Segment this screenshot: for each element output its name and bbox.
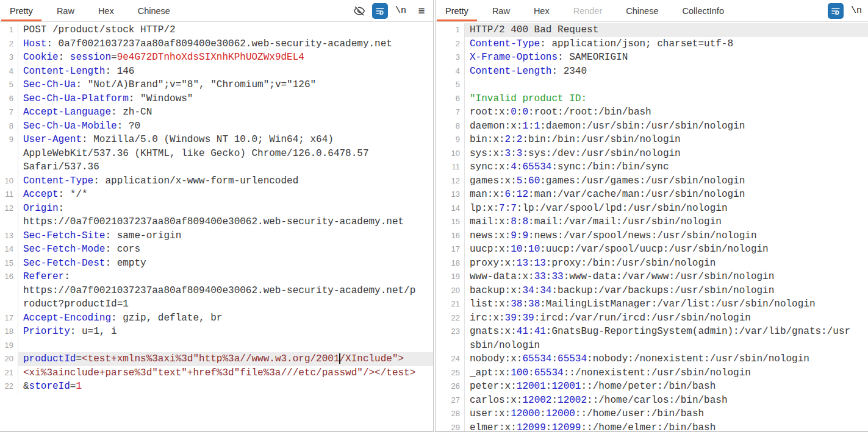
code-row: 18proxy:x:13:13:proxy:/bin:/usr/sbin/nol… [436,257,868,271]
word-wrap-toggle-icon[interactable] [372,3,388,19]
request-header-icons: \n ≡ [351,3,429,19]
code-text: carlos:x:12002:12002::/home/carlos:/bin/… [465,394,868,408]
tab-raw[interactable]: Raw [485,0,517,21]
line-number: 4 [0,65,18,79]
request-panel-header: PrettyRawHexChinese [0,0,433,22]
line-number: 22 [436,311,465,325]
hide-nonprintable-icon[interactable] [351,3,367,19]
line-number: 5 [436,78,465,92]
line-number: 8 [436,119,465,133]
line-number: 19 [0,339,18,353]
response-tabs: PrettyRawHexRenderChineseCollectInfo [436,0,741,21]
request-editor[interactable]: 1POST /product/stock HTTP/22Host: 0a7f00… [0,22,433,431]
word-wrap-toggle-icon[interactable] [828,3,844,19]
code-text: Accept-Language: zh-CN [18,105,433,119]
tab-chinese[interactable]: Chinese [131,0,178,21]
code-row: 29elmer:x:12099:12099::/home/elmer:/bin/… [436,421,868,432]
tab-pretty[interactable]: Pretty [2,0,40,21]
code-text: gnats:x:41:41:GnatsBug-ReportingSystem(a… [465,325,868,339]
code-row: 19 [0,339,433,353]
code-text: sys:x:3:3:sys:/dev:/usr/sbin/nologin [465,147,868,161]
code-row: AppleWebKit/537.36 (KHTML, like Gecko) C… [0,147,433,161]
code-text: Sec-Fetch-Mode: cors [18,243,433,257]
line-number [436,339,465,353]
line-number: 4 [436,65,465,79]
code-text: Sec-Fetch-Dest: empty [18,257,433,271]
code-text: Origin: [18,202,433,216]
code-text [18,339,433,353]
line-number: 24 [436,352,465,366]
request-panel: PrettyRawHexChinese [0,0,434,432]
code-row: 20productId=<test+xmlns%3axi%3d"http%3a/… [0,352,433,366]
code-row: 2Content-Type: application/json; charset… [436,37,868,51]
code-row: 23gnats:x:41:41:GnatsBug-ReportingSystem… [436,325,868,339]
code-row: 8Sec-Ch-Ua-Mobile: ?0 [0,119,433,133]
code-text: nobody:x:65534:65534:nobody:/nonexistent… [465,352,868,366]
code-row: 10sys:x:3:3:sys:/dev:/usr/sbin/nologin [436,147,868,161]
line-number: 6 [0,92,18,106]
code-text: user:x:12000:12000::/home/user:/bin/bash [465,407,868,421]
code-text: news:x:9:9:news:/var/spool/news:/usr/sbi… [465,229,868,243]
code-row: 27carlos:x:12002:12002::/home/carlos:/bi… [436,394,868,408]
code-row: 9bin:x:2:2:bin:/bin:/usr/sbin/nologin [436,133,868,147]
tab-render[interactable]: Render [566,0,610,21]
code-text: Sec-Ch-Ua-Platform: "Windows" [18,92,433,106]
code-text: www-data:x:33:33:www-data:/var/www:/usr/… [465,270,868,284]
code-row: 28user:x:12000:12000::/home/user:/bin/ba… [436,407,868,421]
newline-toggle-icon[interactable]: \n [848,3,864,19]
line-number [0,160,18,174]
code-row: 5Sec-Ch-Ua: "Not/A)Brand";v="8", "Chromi… [0,78,433,92]
line-number: 10 [436,147,465,161]
code-row: 6"Invalid product ID: [436,92,868,106]
code-row: https://0a7f0021037237aa80af809400e30062… [0,284,433,298]
code-text: HTTP/2 400 Bad Request [465,23,868,37]
tab-hex[interactable]: Hex [526,0,557,21]
code-row: sbin/nologin [436,339,868,353]
line-number: 2 [0,37,18,51]
line-number: 28 [436,407,465,421]
code-row: roduct?productId=1 [0,297,433,311]
line-number: 20 [436,284,465,298]
line-number: 1 [436,23,465,37]
code-text: Referer: [18,270,433,284]
line-number: 6 [436,92,465,106]
code-text: roduct?productId=1 [18,297,433,311]
line-number: 7 [0,105,18,119]
newline-toggle-icon[interactable]: \n [393,3,409,19]
code-row: 20backup:x:34:34:backup:/var/backups:/us… [436,284,868,298]
code-text: games:x:5:60:games:/usr/games:/usr/sbin/… [465,174,868,188]
code-text: Sec-Ch-Ua: "Not/A)Brand";v="8", "Chromiu… [18,78,433,92]
line-number: 25 [436,366,465,380]
code-text: Host: 0a7f0021037237aa80af809400e30062.w… [18,37,433,51]
response-viewer[interactable]: 1HTTP/2 400 Bad Request2Content-Type: ap… [436,22,868,431]
line-number: 9 [0,133,18,147]
code-row: 1POST /product/stock HTTP/2 [0,23,433,37]
code-text: sync:x:4:65534:sync:/bin:/bin/sync [465,160,868,174]
line-number: 23 [436,325,465,339]
line-number: 19 [436,270,465,284]
code-row: 26peter:x:12001:12001::/home/peter:/bin/… [436,380,868,394]
code-text: <xi%3ainclude+parse%3d"text"+href%3d"fil… [18,366,433,380]
code-text: _apt:x:100:65534::/nonexistent:/usr/sbin… [465,366,868,380]
tab-chinese[interactable]: Chinese [619,0,665,21]
code-text: daemon:x:1:1:daemon:/usr/sbin:/usr/sbin/… [465,119,868,133]
tab-collectinfo[interactable]: CollectInfo [675,0,731,21]
code-text: proxy:x:13:13:proxy:/bin:/usr/sbin/nolog… [465,257,868,271]
tab-pretty[interactable]: Pretty [438,0,476,21]
code-row: 17Accept-Encoding: gzip, deflate, br [0,311,433,325]
tab-hex[interactable]: Hex [91,0,121,21]
menu-icon[interactable]: ≡ [414,3,429,19]
tab-raw[interactable]: Raw [49,0,82,21]
code-text: Content-Type: application/json; charset=… [465,37,868,51]
code-text: Sec-Fetch-Site: same-origin [18,229,433,243]
code-text: bin:x:2:2:bin:/bin:/usr/sbin/nologin [465,133,868,147]
line-number: 18 [436,257,465,271]
code-row: 17uucp:x:10:10:uucp:/var/spool/uucp:/usr… [436,243,868,257]
code-row: 21list:x:38:38:MailingListManager:/var/l… [436,297,868,311]
code-text: Priority: u=1, i [18,325,433,339]
code-text: AppleWebKit/537.36 (KHTML, like Gecko) C… [18,147,433,161]
code-text: User-Agent: Mozilla/5.0 (Windows NT 10.0… [18,133,433,147]
code-row: 15mail:x:8:8:mail:/var/mail:/usr/sbin/no… [436,215,868,229]
code-row: 13man:x:6:12:man:/var/cache/man:/usr/sbi… [436,188,868,202]
code-row: 4Content-Length: 146 [0,65,433,79]
